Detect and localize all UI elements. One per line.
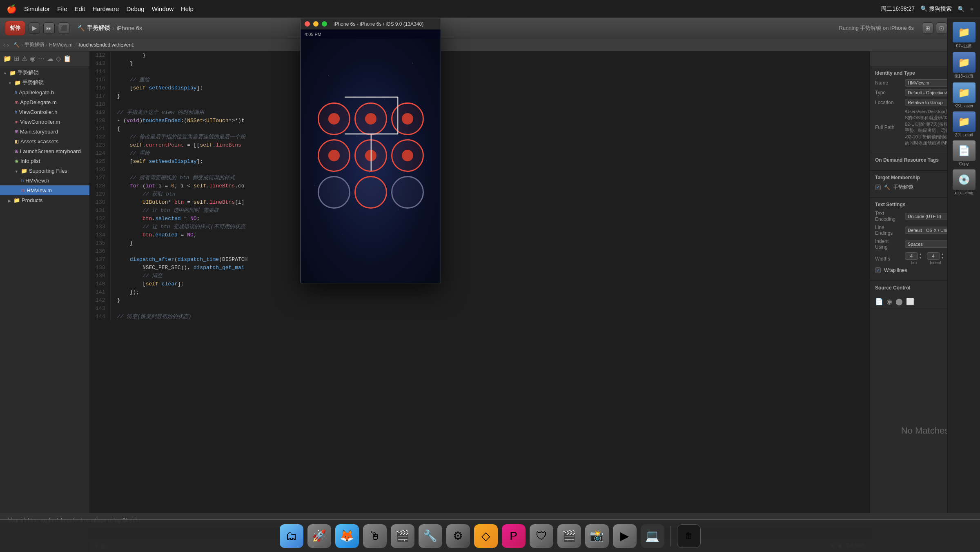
dock-app3[interactable]: 🎬 [557, 524, 581, 548]
menu-help[interactable]: Help [181, 5, 194, 12]
dock-app2[interactable]: 🛡 [530, 524, 553, 548]
dock-sketch[interactable]: ◇ [474, 524, 498, 548]
toolbar-nav-btn[interactable]: ⬛ [58, 22, 69, 34]
folder-item-3[interactable]: 📁 ZJL...etail [953, 111, 976, 137]
folder-icon-3[interactable]: 📁 [953, 111, 976, 132]
dock-app5[interactable]: 💻 [641, 524, 664, 548]
toolbar-step-btn[interactable]: ⏭ [43, 22, 55, 34]
menu-controls[interactable]: ≡ [970, 6, 973, 12]
menu-window[interactable]: Window [152, 5, 174, 12]
sidebar-filter-icon[interactable]: ◉ [30, 55, 36, 62]
dock-photos[interactable]: 🎬 [391, 524, 414, 548]
dock-app4[interactable]: 📸 [585, 524, 609, 548]
folder-item-1[interactable]: 📁 第13--业班 [953, 52, 976, 79]
file-item-infoplist[interactable]: ◉ Info.plist [0, 156, 89, 166]
file-item-viewcontroller-h[interactable]: h ViewController.h [0, 107, 89, 117]
run-button[interactable]: ▶ [29, 22, 40, 34]
folder-item-0[interactable]: 📁 07--业媒 [953, 22, 976, 49]
inspector-tab-width-field[interactable]: 4 [905, 252, 918, 260]
file-item-products[interactable]: 📁 Products [0, 195, 89, 205]
sidebar-more-icon[interactable]: ⋯ [38, 55, 45, 62]
folder-item-2[interactable]: 📁 KSI...aster [953, 82, 976, 108]
file-item-appdelegate-h[interactable]: h AppDelegate.h [0, 87, 89, 97]
folder-icon-5[interactable]: 💿 [953, 169, 976, 190]
file-item-assets[interactable]: ◧ Assets.xcassets [0, 136, 89, 146]
sidebar-warning-icon[interactable]: ⚠ [22, 55, 27, 62]
toolbar-layout-btn1[interactable]: ⊞ [922, 22, 933, 34]
dock-launchpad[interactable]: 🚀 [307, 524, 331, 548]
sidebar-report-icon[interactable]: 📋 [63, 55, 71, 62]
breadcrumb-back[interactable]: ‹ [3, 42, 5, 48]
dock-finder[interactable]: 🗂 [280, 524, 303, 548]
breadcrumb-item-2[interactable]: HMView.m [49, 42, 72, 48]
lock-grid[interactable] [318, 102, 424, 209]
dock-mouse[interactable]: 🖱 [363, 524, 387, 548]
breadcrumb-item-3[interactable]: -touchesEnded:withEvent: [77, 42, 134, 48]
dock-tools[interactable]: 🔧 [419, 524, 442, 548]
indent-width-down[interactable]: ▼ [941, 256, 944, 260]
source-control-icon3[interactable]: ⬤ [895, 298, 903, 305]
file-item-root-group[interactable]: 📁 手势解锁 [0, 68, 89, 78]
dock-trash[interactable]: 🗑 [677, 524, 701, 548]
code-scroll-area[interactable]: 112 } 113 } 114 115 [90, 51, 870, 539]
menu-debug[interactable]: Debug [126, 5, 144, 12]
file-item-hmview-m[interactable]: m HMView.m [0, 185, 89, 195]
lock-dot-0-2[interactable] [391, 102, 424, 135]
source-control-icon2[interactable]: ◉ [886, 298, 892, 305]
breadcrumb-item-0[interactable]: 🔨 [13, 42, 20, 48]
tab-width-up[interactable]: ▲ [919, 253, 922, 256]
lock-dot-0-0[interactable] [318, 102, 350, 135]
sidebar-breakpoint-icon[interactable]: ◇ [56, 55, 61, 62]
dock-safari[interactable]: 🦊 [335, 524, 359, 548]
file-item-supporting[interactable]: 📁 Supporting Files [0, 166, 89, 176]
file-item-app-group[interactable]: 📁 手势解锁 [0, 78, 89, 87]
dock-media[interactable]: ▶ [613, 524, 637, 548]
file-item-main-storyboard[interactable]: ⊞ Main.storyboard [0, 127, 89, 136]
folder-item-5[interactable]: 💿 xco....dmg [953, 169, 976, 195]
lock-dot-2-1[interactable] [354, 176, 387, 209]
folder-item-4[interactable]: 📄 Copy [953, 140, 976, 166]
lock-dot-0-1[interactable] [354, 102, 387, 135]
breadcrumb-item-1[interactable]: 手势解锁 [24, 41, 44, 48]
folder-icon-0[interactable]: 📁 [953, 22, 976, 42]
file-icon-m2: m [15, 119, 18, 124]
breadcrumb-forward[interactable]: › [7, 42, 9, 48]
sidebar-search-icon[interactable]: ⊞ [14, 55, 19, 62]
lock-dot-1-0[interactable] [318, 139, 350, 172]
lock-dot-1-2[interactable] [391, 139, 424, 172]
sim-close-btn[interactable] [305, 21, 310, 27]
menu-search[interactable]: 🔍 搜狗搜索 [920, 5, 952, 13]
file-item-appdelegate-m[interactable]: m AppDelegate.m [0, 97, 89, 107]
inspector-wrap-checkbox[interactable] [875, 267, 881, 273]
folder-icon-4[interactable]: 📄 [953, 140, 976, 161]
stop-button[interactable]: 暂停 [5, 21, 25, 36]
menu-siri[interactable]: 🔍 [958, 6, 964, 12]
lock-dot-1-1[interactable] [354, 139, 387, 172]
sidebar-scm-icon[interactable]: ☁ [47, 55, 53, 62]
toolbar-layout-btn2[interactable]: ⊡ [936, 22, 947, 34]
file-item-hmview-h[interactable]: h HMView.h [0, 176, 89, 185]
indent-width-up[interactable]: ▲ [941, 253, 944, 256]
folder-icon-1[interactable]: 📁 [953, 52, 976, 73]
inspector-target-checkbox[interactable] [875, 185, 881, 190]
apple-menu[interactable]: 🍎 [7, 4, 17, 14]
menu-file[interactable]: File [57, 5, 67, 12]
sidebar-folder-icon[interactable]: 📁 [3, 55, 11, 62]
sim-content[interactable] [301, 39, 441, 283]
folder-icon-2[interactable]: 📁 [953, 82, 976, 103]
menu-edit[interactable]: Edit [75, 5, 85, 12]
file-item-viewcontroller-m[interactable]: m ViewController.m [0, 117, 89, 127]
sim-minimize-btn[interactable] [313, 21, 318, 27]
tab-width-down[interactable]: ▼ [919, 256, 922, 260]
sim-maximize-btn[interactable] [322, 21, 327, 27]
inspector-indent-width-field[interactable]: 4 [927, 252, 940, 260]
dock-app1[interactable]: P [502, 524, 526, 548]
lock-dot-2-2[interactable] [391, 176, 424, 209]
source-control-icon4[interactable]: ⬜ [906, 298, 914, 305]
source-control-icon1[interactable]: 📄 [875, 298, 883, 305]
menu-simulator[interactable]: Simulator [24, 5, 50, 12]
lock-dot-2-0[interactable] [318, 176, 350, 209]
dock-system[interactable]: ⚙ [446, 524, 470, 548]
menu-hardware[interactable]: Hardware [92, 5, 119, 12]
file-item-launch-storyboard[interactable]: ⊞ LaunchScreen.storyboard [0, 146, 89, 156]
